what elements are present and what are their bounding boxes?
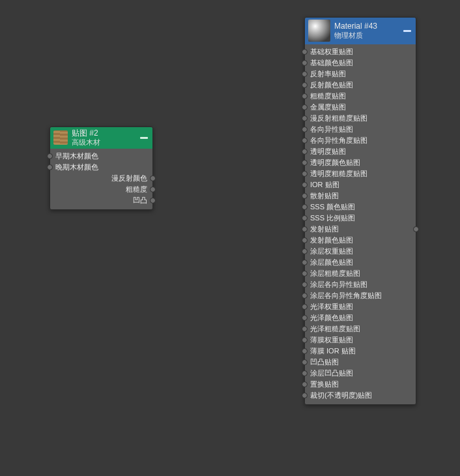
input-slot[interactable]: 基础颜色贴图 <box>305 57 416 68</box>
port-in-icon[interactable] <box>302 226 308 232</box>
port-in-icon[interactable] <box>302 348 308 354</box>
texture-node-header[interactable]: 贴图 #2 高级木材 <box>50 127 152 149</box>
input-slot[interactable]: 各向异性贴图 <box>305 124 416 135</box>
input-slot[interactable]: 薄膜权重贴图 <box>305 335 416 346</box>
port-in-icon[interactable] <box>302 370 308 376</box>
input-slot[interactable]: 涂层凹凸贴图 <box>305 368 416 379</box>
input-slot[interactable]: 涂层粗糙度贴图 <box>305 268 416 279</box>
port-in-icon[interactable] <box>302 126 308 132</box>
port-in-icon[interactable] <box>302 248 308 254</box>
slot-label: 光泽颜色贴图 <box>310 314 353 321</box>
input-slot[interactable]: 透明度颜色贴图 <box>305 157 416 168</box>
input-slot[interactable]: 金属度贴图 <box>305 102 416 113</box>
input-slot[interactable]: 涂层各向异性角度贴图 <box>305 290 416 301</box>
port-in-icon[interactable] <box>302 381 308 387</box>
port-in-icon[interactable] <box>302 337 308 343</box>
slot-label: 凹凸 <box>133 195 147 206</box>
input-slot[interactable]: 涂层各向异性贴图 <box>305 279 416 290</box>
port-out-icon[interactable] <box>150 175 156 181</box>
port-in-icon[interactable] <box>302 138 308 143</box>
port-in-icon[interactable] <box>302 104 308 110</box>
input-slot[interactable]: 裁切(不透明度)贴图 <box>305 390 416 401</box>
input-slot[interactable]: 反射颜色贴图 <box>305 80 416 91</box>
port-in-icon[interactable] <box>302 82 308 88</box>
input-slot[interactable]: SSS 颜色贴图 <box>305 201 416 213</box>
slot-label: 粗糙度贴图 <box>310 92 346 100</box>
port-in-icon[interactable] <box>47 153 53 159</box>
port-in-icon[interactable] <box>302 304 308 310</box>
port-in-icon[interactable] <box>47 164 53 170</box>
input-slot[interactable]: 凹凸贴图 <box>305 357 416 368</box>
input-slot-late-wood-color[interactable]: 晚期木材颜色 <box>50 162 152 173</box>
slot-label: 基础颜色贴图 <box>310 59 353 67</box>
input-slot[interactable]: 粗糙度贴图 <box>305 91 416 102</box>
output-slot-diffuse-color[interactable]: 漫反射颜色 <box>50 173 152 184</box>
port-in-icon[interactable] <box>302 60 308 66</box>
collapse-icon[interactable] <box>403 30 411 32</box>
input-slot[interactable]: 发射颜色贴图 <box>305 235 416 246</box>
port-in-icon[interactable] <box>302 71 308 77</box>
port-out-icon[interactable] <box>150 198 156 203</box>
slot-label: 漫反射颜色 <box>111 173 147 184</box>
wood-preview-icon <box>53 130 68 145</box>
slot-label: 光泽粗糙度贴图 <box>310 325 360 333</box>
port-in-icon[interactable] <box>302 215 308 221</box>
port-out-icon[interactable] <box>150 186 156 192</box>
input-slot[interactable]: 透明度粗糙度贴图 <box>305 168 416 179</box>
input-slot[interactable]: 光泽粗糙度贴图 <box>305 323 416 335</box>
collapse-icon[interactable] <box>140 137 148 139</box>
input-slot[interactable]: 光泽颜色贴图 <box>305 312 416 323</box>
output-slot-roughness[interactable]: 粗糙度 <box>50 184 152 195</box>
input-slot[interactable]: 薄膜 IOR 贴图 <box>305 346 416 357</box>
input-slot[interactable]: SSS 比例贴图 <box>305 213 416 224</box>
material-node-subtitle: 物理材质 <box>334 31 399 39</box>
texture-node-subtitle: 高级木材 <box>72 138 136 146</box>
port-in-icon[interactable] <box>302 260 308 265</box>
input-slot[interactable]: 发射贴图 <box>305 224 416 235</box>
slot-label: 光泽权重贴图 <box>310 303 353 310</box>
port-in-icon[interactable] <box>302 271 308 276</box>
input-slot[interactable]: 基础权重贴图 <box>305 46 416 57</box>
input-slot[interactable]: 置换贴图 <box>305 379 416 390</box>
port-in-icon[interactable] <box>302 315 308 321</box>
port-in-icon[interactable] <box>302 93 308 99</box>
port-in-icon[interactable] <box>302 204 308 210</box>
port-in-icon[interactable] <box>302 393 308 398</box>
output-slot-bump[interactable]: 凹凸 <box>50 195 152 206</box>
material-node-title: Material #43 <box>334 22 399 31</box>
input-slot[interactable]: 光泽权重贴图 <box>305 301 416 312</box>
input-slot[interactable]: 散射贴图 <box>305 190 416 201</box>
port-in-icon[interactable] <box>302 115 308 121</box>
input-slot-early-wood-color[interactable]: 早期木材颜色 <box>50 151 152 162</box>
slot-label: 涂层颜色贴图 <box>310 258 353 266</box>
material-node[interactable]: Material #43 物理材质 基础权重贴图基础颜色贴图反射率贴图反射颜色贴… <box>304 17 416 405</box>
input-slot[interactable]: 反射率贴图 <box>305 68 416 80</box>
input-slot[interactable]: IOR 贴图 <box>305 179 416 190</box>
input-slot[interactable]: 各向异性角度贴图 <box>305 135 416 146</box>
texture-map-node[interactable]: 贴图 #2 高级木材 早期木材颜色 晚期木材颜色 漫反射颜色 粗糙度 凹凸 <box>50 126 153 210</box>
port-in-icon[interactable] <box>302 49 308 55</box>
slot-label: 漫反射粗糙度贴图 <box>310 114 367 122</box>
input-slot[interactable]: 透明度贴图 <box>305 146 416 157</box>
slot-label: 基础权重贴图 <box>310 48 353 55</box>
port-in-icon[interactable] <box>302 149 308 155</box>
port-in-icon[interactable] <box>302 182 308 188</box>
port-in-icon[interactable] <box>302 193 308 199</box>
input-slot[interactable]: 涂层颜色贴图 <box>305 257 416 268</box>
input-slot[interactable]: 涂层权重贴图 <box>305 246 416 257</box>
slot-label: 薄膜 IOR 贴图 <box>310 347 356 355</box>
material-node-header[interactable]: Material #43 物理材质 <box>305 18 416 44</box>
port-in-icon[interactable] <box>302 171 308 177</box>
slot-label: 涂层权重贴图 <box>310 247 353 255</box>
port-in-icon[interactable] <box>302 359 308 365</box>
port-in-icon[interactable] <box>302 160 308 166</box>
slot-label: 透明度粗糙度贴图 <box>310 170 367 177</box>
port-in-icon[interactable] <box>302 326 308 332</box>
texture-node-slots: 早期木材颜色 晚期木材颜色 漫反射颜色 粗糙度 凹凸 <box>50 149 152 209</box>
slot-label: 金属度贴图 <box>310 103 346 111</box>
port-in-icon[interactable] <box>302 237 308 243</box>
port-in-icon[interactable] <box>302 282 308 288</box>
texture-node-titles: 贴图 #2 高级木材 <box>72 129 136 146</box>
input-slot[interactable]: 漫反射粗糙度贴图 <box>305 113 416 124</box>
port-in-icon[interactable] <box>302 293 308 299</box>
